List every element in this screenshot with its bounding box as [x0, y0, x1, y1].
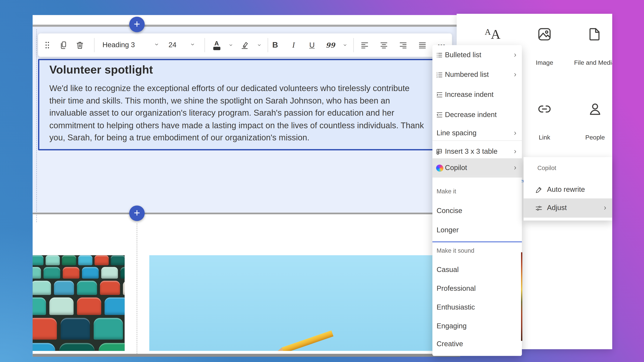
- text-context-menu: Bulleted list123Numbered listIncrease in…: [432, 45, 522, 356]
- toolbar-divider: [94, 38, 94, 52]
- adjust-icon: [534, 204, 543, 212]
- insert-table-icon: [436, 148, 444, 156]
- submenu-item-auto-rewrite[interactable]: Auto rewrite: [524, 180, 612, 199]
- underline-button[interactable]: U: [304, 37, 320, 53]
- add-webpart-button-top[interactable]: +: [129, 17, 145, 32]
- text-style-dropdown[interactable]: Heading 3: [99, 37, 162, 53]
- menu-divider: [432, 176, 522, 176]
- chair-shape: [33, 318, 57, 340]
- more-styles-chevron-icon[interactable]: [341, 37, 349, 53]
- webpart-paragraph[interactable]: We'd like to recognize the exceptional e…: [49, 82, 428, 144]
- font-color-button[interactable]: A: [209, 37, 224, 53]
- menu-item-enthusiastic[interactable]: Enthusiastic: [432, 298, 522, 317]
- chair-row: [33, 255, 125, 265]
- align-left-button[interactable]: [357, 37, 372, 53]
- webpart-tile-link[interactable]: Link: [520, 96, 569, 141]
- font-size-dropdown[interactable]: 24: [165, 37, 198, 53]
- sky-image-webpart[interactable]: [149, 255, 460, 351]
- bold-button[interactable]: B: [268, 37, 283, 53]
- align-justify-button[interactable]: [415, 37, 430, 53]
- chair-shape: [78, 255, 92, 265]
- chair-row: [33, 297, 125, 315]
- webpart-tile-label: Image: [520, 59, 569, 66]
- chair-shape: [54, 281, 74, 295]
- align-right-button[interactable]: [396, 37, 411, 53]
- menu-item-copilot[interactable]: Copilot: [432, 158, 522, 178]
- menu-section-header: Make it: [432, 183, 522, 200]
- font-size-dropdown-value: 24: [168, 41, 176, 49]
- menu-item-decrease-indent[interactable]: Decrease indent: [432, 105, 522, 124]
- menu-item-line-spacing[interactable]: Line spacing: [432, 124, 522, 143]
- webpart-tile-label: Link: [520, 134, 569, 141]
- submenu-item-label: Adjust: [547, 204, 567, 212]
- chair-shape: [94, 255, 109, 265]
- canvas-bottom-scrollbar[interactable]: [33, 354, 460, 357]
- menu-item-professional[interactable]: Professional: [432, 279, 522, 298]
- menu-divider: [432, 140, 522, 141]
- chair-shape: [111, 255, 125, 265]
- link-webpart-icon: [520, 96, 569, 122]
- menu-item-label: Bulleted list: [445, 51, 481, 59]
- delete-webpart-button[interactable]: [72, 37, 88, 53]
- file-webpart-icon: [570, 21, 612, 47]
- align-center-button[interactable]: [376, 37, 392, 53]
- chair-row: [33, 318, 125, 340]
- quote-button[interactable]: 99: [323, 37, 338, 53]
- highlight-color-button[interactable]: [237, 37, 252, 53]
- chair-shape: [104, 297, 124, 315]
- text-style-dropdown-value: Heading 3: [102, 41, 135, 49]
- chair-shape: [101, 267, 118, 279]
- menu-item-bulleted-list[interactable]: Bulleted list: [432, 45, 522, 65]
- chevron-right-icon: [512, 165, 518, 171]
- webpart-tile-people[interactable]: People: [570, 96, 612, 141]
- add-webpart-button-middle[interactable]: +: [129, 205, 145, 221]
- menu-item-longer[interactable]: Longer: [432, 220, 522, 240]
- submenu-item-adjust[interactable]: Adjust: [524, 198, 612, 218]
- chairs-image-webpart[interactable]: [33, 255, 125, 351]
- copilot-submenu-header: Copilot: [537, 165, 556, 171]
- copilot-submenu: CopilotAuto rewriteAdjust: [524, 157, 612, 220]
- text-webpart[interactable]: Volunteer spotlight We'd like to recogni…: [38, 59, 454, 150]
- chevron-down-icon: [154, 41, 159, 49]
- column-divider-line: [137, 223, 137, 354]
- increase-indent-icon: [436, 91, 444, 99]
- chevron-right-icon: [512, 72, 518, 78]
- chair-shape: [82, 267, 99, 279]
- italic-button[interactable]: I: [286, 37, 301, 53]
- auto-rewrite-icon: [534, 185, 543, 194]
- menu-item-creative[interactable]: Creative: [432, 335, 522, 354]
- webpart-heading[interactable]: Volunteer spotlight: [49, 63, 452, 77]
- menu-section-header: Make it sound: [432, 242, 522, 259]
- chair-shape: [77, 297, 101, 315]
- webpart-tile-label: People: [570, 134, 612, 141]
- menu-item-numbered-list[interactable]: 123Numbered list: [432, 65, 522, 84]
- menu-item-label: Casual: [436, 266, 459, 274]
- chair-shape: [100, 281, 120, 295]
- menu-item-label: Longer: [436, 226, 459, 234]
- section-top-edge: [33, 24, 460, 27]
- image-webpart-icon: [520, 21, 569, 47]
- chair-shape: [33, 281, 51, 295]
- duplicate-webpart-button[interactable]: [56, 37, 71, 53]
- webpart-tile-label: File and Media: [570, 59, 612, 66]
- menu-item-casual[interactable]: Casual: [432, 260, 522, 280]
- highlight-color-chevron-icon[interactable]: [255, 37, 264, 53]
- chair-shape: [60, 343, 94, 351]
- menu-item-label: Creative: [436, 340, 463, 349]
- chair-shape: [99, 343, 125, 351]
- drag-handle-icon[interactable]: [40, 37, 55, 53]
- decrease-indent-icon: [436, 111, 444, 118]
- chair-shape: [120, 267, 125, 279]
- section-divider-edge: [33, 213, 460, 214]
- webpart-tile-file-and-media[interactable]: File and Media: [570, 21, 612, 66]
- chair-shape: [62, 255, 76, 265]
- font-color-chevron-icon[interactable]: [226, 37, 235, 53]
- menu-item-concise[interactable]: Concise: [432, 201, 522, 220]
- webpart-tile-image[interactable]: Image: [520, 21, 569, 66]
- menu-item-increase-indent[interactable]: Increase indent: [432, 85, 522, 105]
- chair-shape: [49, 297, 74, 315]
- chair-row: [33, 343, 125, 351]
- menu-item-engaging[interactable]: Engaging: [432, 317, 522, 336]
- menu-item-label: Insert 3 x 3 table: [445, 147, 498, 156]
- menu-item-label: Increase indent: [445, 91, 494, 99]
